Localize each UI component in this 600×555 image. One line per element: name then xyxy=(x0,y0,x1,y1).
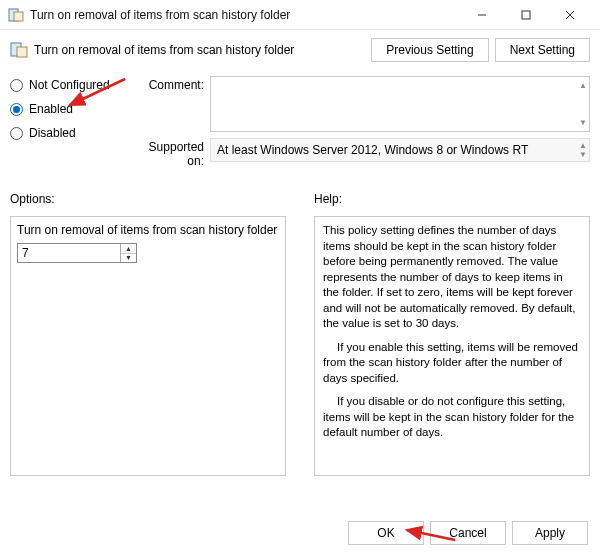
radio-label: Enabled xyxy=(29,102,73,116)
help-paragraph: If you enable this setting, items will b… xyxy=(323,340,581,387)
header: Turn on removal of items from scan histo… xyxy=(0,30,600,72)
svg-rect-1 xyxy=(14,12,23,21)
comment-label: Comment: xyxy=(130,76,210,92)
cancel-button[interactable]: Cancel xyxy=(430,521,506,545)
scroll-up-icon: ▲ xyxy=(579,141,587,150)
supported-on-label: Supported on: xyxy=(130,138,210,168)
help-paragraph: If you disable or do not configure this … xyxy=(323,394,581,441)
radio-indicator-icon xyxy=(10,127,23,140)
days-spinner[interactable]: 7 ▲ ▼ xyxy=(17,243,137,263)
policy-title: Turn on removal of items from scan histo… xyxy=(34,43,371,57)
option-label: Turn on removal of items from scan histo… xyxy=(17,223,279,237)
radio-enabled[interactable]: Enabled xyxy=(10,102,130,116)
titlebar: Turn on removal of items from scan histo… xyxy=(0,0,600,30)
spinner-down-icon[interactable]: ▼ xyxy=(121,254,136,263)
supported-on-field: At least Windows Server 2012, Windows 8 … xyxy=(210,138,590,162)
close-button[interactable] xyxy=(548,0,592,30)
svg-rect-3 xyxy=(522,11,530,19)
radio-label: Disabled xyxy=(29,126,76,140)
radio-disabled[interactable]: Disabled xyxy=(10,126,130,140)
scroll-down-icon: ▼ xyxy=(579,150,587,159)
group-policy-icon xyxy=(8,7,24,23)
dialog-buttons: OK Cancel Apply xyxy=(348,521,588,545)
help-panel: This policy setting defines the number o… xyxy=(314,216,590,476)
minimize-button[interactable] xyxy=(460,0,504,30)
radio-not-configured[interactable]: Not Configured xyxy=(10,78,130,92)
previous-setting-button[interactable]: Previous Setting xyxy=(371,38,488,62)
apply-button[interactable]: Apply xyxy=(512,521,588,545)
help-section-label: Help: xyxy=(314,192,590,206)
days-value[interactable]: 7 xyxy=(18,244,120,262)
svg-rect-7 xyxy=(17,47,27,57)
comment-textarea[interactable]: ▲ ▼ xyxy=(210,76,590,132)
options-section-label: Options: xyxy=(10,192,286,206)
state-radio-group: Not Configured Enabled Disabled xyxy=(10,76,130,174)
scroll-up-icon: ▲ xyxy=(579,81,587,90)
spinner-up-icon[interactable]: ▲ xyxy=(121,244,136,254)
policy-icon xyxy=(10,41,28,59)
options-panel: Turn on removal of items from scan histo… xyxy=(10,216,286,476)
supported-on-value: At least Windows Server 2012, Windows 8 … xyxy=(217,143,528,157)
scroll-down-icon: ▼ xyxy=(579,118,587,127)
window-title: Turn on removal of items from scan histo… xyxy=(30,8,460,22)
radio-label: Not Configured xyxy=(29,78,110,92)
radio-indicator-icon xyxy=(10,79,23,92)
next-setting-button[interactable]: Next Setting xyxy=(495,38,590,62)
ok-button[interactable]: OK xyxy=(348,521,424,545)
maximize-button[interactable] xyxy=(504,0,548,30)
radio-indicator-icon xyxy=(10,103,23,116)
help-paragraph: This policy setting defines the number o… xyxy=(323,223,581,332)
